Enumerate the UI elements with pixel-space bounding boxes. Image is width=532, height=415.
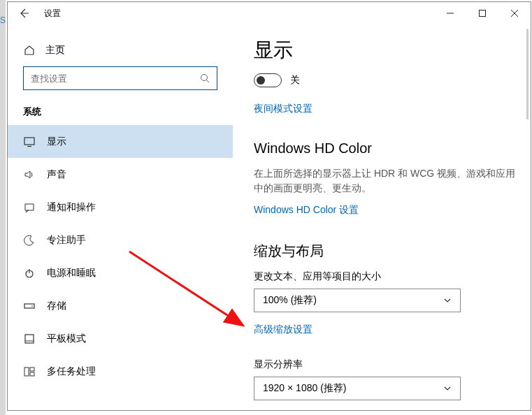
search-box[interactable] bbox=[23, 66, 217, 90]
scale-label: 更改文本、应用等项目的大小 bbox=[254, 270, 517, 283]
scale-select[interactable]: 100% (推荐) bbox=[254, 289, 461, 312]
svg-point-4 bbox=[201, 75, 208, 81]
settings-window: 设置 主页 系统 显示 bbox=[7, 1, 531, 411]
hdcolor-desc: 在上面所选择的显示器上让 HDR 和 WCG 视频、游戏和应用中的画面更明亮、更… bbox=[254, 166, 517, 196]
nav-label: 专注助手 bbox=[47, 234, 86, 247]
maximize-button[interactable] bbox=[466, 2, 498, 24]
multitask-icon bbox=[23, 365, 36, 378]
svg-rect-11 bbox=[24, 304, 34, 308]
resolution-select[interactable]: 1920 × 1080 (推荐) bbox=[254, 377, 461, 400]
moon-icon bbox=[23, 234, 36, 247]
scale-heading: 缩放与布局 bbox=[254, 242, 517, 261]
svg-point-12 bbox=[31, 305, 33, 307]
nav-label: 存储 bbox=[47, 300, 66, 312]
nav-label: 声音 bbox=[47, 168, 66, 181]
back-button[interactable] bbox=[8, 7, 40, 20]
scale-value: 100% (推荐) bbox=[263, 294, 443, 307]
nav-label: 通知和操作 bbox=[47, 201, 96, 214]
nav-item-focus[interactable]: 专注助手 bbox=[8, 224, 233, 256]
nav-label: 多任务处理 bbox=[47, 365, 96, 378]
home-label: 主页 bbox=[45, 44, 65, 57]
night-toggle-row: 关 bbox=[254, 73, 517, 87]
notification-icon bbox=[23, 201, 36, 214]
window-controls bbox=[434, 2, 531, 24]
nav-label: 平板模式 bbox=[47, 333, 86, 345]
window-title: 设置 bbox=[44, 8, 61, 20]
search-input[interactable] bbox=[31, 73, 200, 84]
nav-item-sound[interactable]: 声音 bbox=[8, 158, 233, 191]
section-label: 系统 bbox=[8, 101, 233, 125]
monitor-icon bbox=[23, 136, 36, 148]
svg-rect-6 bbox=[24, 138, 34, 145]
home-link[interactable]: 主页 bbox=[8, 41, 233, 66]
advanced-scale-link[interactable]: 高级缩放设置 bbox=[254, 323, 312, 336]
night-toggle[interactable] bbox=[254, 73, 282, 87]
home-icon bbox=[23, 44, 36, 57]
resolution-label: 显示分辨率 bbox=[254, 358, 517, 371]
svg-rect-1 bbox=[480, 10, 486, 17]
nav-label: 电源和睡眠 bbox=[47, 267, 96, 279]
content-area: 主页 系统 显示 声音 通知和操作 bbox=[8, 24, 531, 410]
nav-item-notifications[interactable]: 通知和操作 bbox=[8, 191, 233, 224]
close-button[interactable] bbox=[498, 2, 531, 24]
nav-label: 显示 bbox=[47, 136, 66, 148]
tablet-icon bbox=[23, 333, 36, 345]
power-icon bbox=[23, 267, 36, 279]
close-icon bbox=[510, 9, 519, 17]
sidebar: 主页 系统 显示 声音 通知和操作 bbox=[8, 24, 233, 410]
nav-item-multitask[interactable]: 多任务处理 bbox=[8, 355, 233, 388]
chevron-down-icon bbox=[443, 384, 452, 393]
svg-rect-17 bbox=[30, 372, 34, 376]
toggle-state-label: 关 bbox=[290, 74, 300, 87]
svg-rect-13 bbox=[25, 335, 34, 343]
nav-item-tablet[interactable]: 平板模式 bbox=[8, 322, 233, 355]
svg-rect-15 bbox=[24, 367, 29, 376]
maximize-icon bbox=[478, 9, 487, 17]
night-mode-link[interactable]: 夜间模式设置 bbox=[254, 103, 312, 115]
arrow-left-icon bbox=[17, 7, 30, 20]
nav-item-storage[interactable]: 存储 bbox=[8, 289, 233, 322]
minimize-button[interactable] bbox=[434, 2, 466, 24]
svg-line-5 bbox=[207, 80, 210, 83]
chevron-down-icon bbox=[443, 296, 452, 305]
nav-list: 显示 声音 通知和操作 专注助手 电源和睡眠 bbox=[8, 125, 233, 388]
minimize-icon bbox=[446, 9, 454, 17]
hdcolor-link[interactable]: Windows HD Color 设置 bbox=[254, 204, 359, 217]
scrollbar[interactable] bbox=[526, 29, 529, 119]
titlebar: 设置 bbox=[8, 2, 531, 24]
search-icon bbox=[200, 73, 210, 83]
page-title: 显示 bbox=[254, 37, 517, 64]
hdcolor-heading: Windows HD Color bbox=[254, 140, 517, 156]
resolution-value: 1920 × 1080 (推荐) bbox=[263, 382, 443, 395]
nav-item-display[interactable]: 显示 bbox=[8, 125, 233, 158]
main-panel: 显示 关 夜间模式设置 Windows HD Color 在上面所选择的显示器上… bbox=[233, 24, 531, 410]
storage-icon bbox=[23, 300, 36, 312]
svg-rect-16 bbox=[30, 367, 34, 371]
svg-rect-8 bbox=[25, 204, 34, 210]
nav-item-power[interactable]: 电源和睡眠 bbox=[8, 256, 233, 289]
speaker-icon bbox=[23, 168, 36, 181]
